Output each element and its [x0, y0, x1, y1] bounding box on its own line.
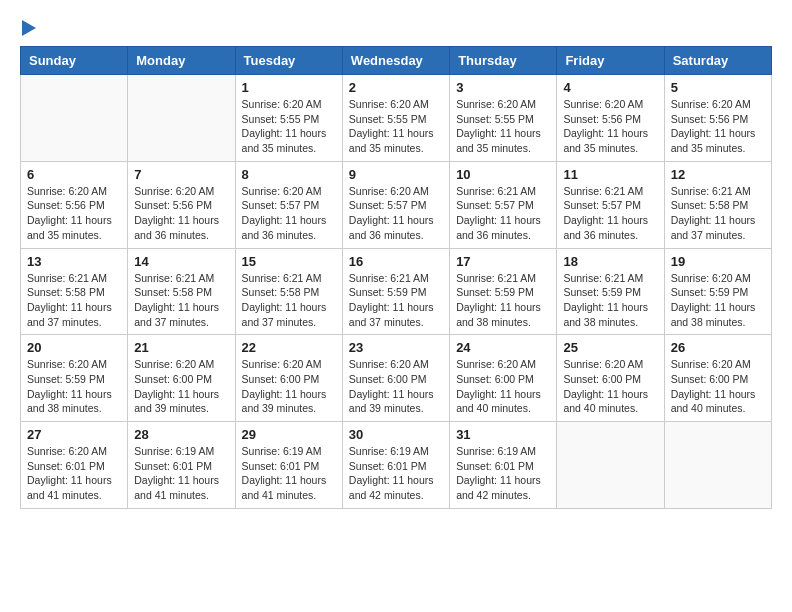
day-info: Sunrise: 6:19 AM Sunset: 6:01 PM Dayligh…	[349, 444, 443, 503]
calendar-cell: 2Sunrise: 6:20 AM Sunset: 5:55 PM Daylig…	[342, 75, 449, 162]
day-number: 12	[671, 167, 765, 182]
calendar-week-1: 1Sunrise: 6:20 AM Sunset: 5:55 PM Daylig…	[21, 75, 772, 162]
day-number: 21	[134, 340, 228, 355]
day-info: Sunrise: 6:21 AM Sunset: 5:59 PM Dayligh…	[563, 271, 657, 330]
day-number: 28	[134, 427, 228, 442]
column-header-monday: Monday	[128, 47, 235, 75]
day-number: 29	[242, 427, 336, 442]
day-number: 15	[242, 254, 336, 269]
calendar-cell: 6Sunrise: 6:20 AM Sunset: 5:56 PM Daylig…	[21, 161, 128, 248]
logo-arrow-icon	[22, 20, 36, 36]
logo	[20, 20, 36, 36]
calendar-week-4: 20Sunrise: 6:20 AM Sunset: 5:59 PM Dayli…	[21, 335, 772, 422]
calendar-cell	[664, 422, 771, 509]
calendar-cell: 4Sunrise: 6:20 AM Sunset: 5:56 PM Daylig…	[557, 75, 664, 162]
day-number: 14	[134, 254, 228, 269]
day-info: Sunrise: 6:20 AM Sunset: 6:00 PM Dayligh…	[134, 357, 228, 416]
day-info: Sunrise: 6:20 AM Sunset: 6:00 PM Dayligh…	[563, 357, 657, 416]
day-number: 1	[242, 80, 336, 95]
day-info: Sunrise: 6:21 AM Sunset: 5:58 PM Dayligh…	[134, 271, 228, 330]
calendar-cell: 13Sunrise: 6:21 AM Sunset: 5:58 PM Dayli…	[21, 248, 128, 335]
calendar-cell: 9Sunrise: 6:20 AM Sunset: 5:57 PM Daylig…	[342, 161, 449, 248]
day-number: 16	[349, 254, 443, 269]
calendar-cell	[557, 422, 664, 509]
day-info: Sunrise: 6:20 AM Sunset: 6:00 PM Dayligh…	[242, 357, 336, 416]
day-info: Sunrise: 6:21 AM Sunset: 5:57 PM Dayligh…	[456, 184, 550, 243]
calendar-cell: 16Sunrise: 6:21 AM Sunset: 5:59 PM Dayli…	[342, 248, 449, 335]
calendar-cell: 10Sunrise: 6:21 AM Sunset: 5:57 PM Dayli…	[450, 161, 557, 248]
calendar-week-3: 13Sunrise: 6:21 AM Sunset: 5:58 PM Dayli…	[21, 248, 772, 335]
day-info: Sunrise: 6:21 AM Sunset: 5:58 PM Dayligh…	[242, 271, 336, 330]
column-header-friday: Friday	[557, 47, 664, 75]
day-info: Sunrise: 6:21 AM Sunset: 5:59 PM Dayligh…	[456, 271, 550, 330]
day-number: 8	[242, 167, 336, 182]
calendar-cell: 14Sunrise: 6:21 AM Sunset: 5:58 PM Dayli…	[128, 248, 235, 335]
calendar-cell: 12Sunrise: 6:21 AM Sunset: 5:58 PM Dayli…	[664, 161, 771, 248]
day-info: Sunrise: 6:19 AM Sunset: 6:01 PM Dayligh…	[242, 444, 336, 503]
day-info: Sunrise: 6:21 AM Sunset: 5:58 PM Dayligh…	[27, 271, 121, 330]
day-info: Sunrise: 6:21 AM Sunset: 5:58 PM Dayligh…	[671, 184, 765, 243]
day-info: Sunrise: 6:20 AM Sunset: 5:57 PM Dayligh…	[242, 184, 336, 243]
day-info: Sunrise: 6:21 AM Sunset: 5:57 PM Dayligh…	[563, 184, 657, 243]
calendar-cell: 3Sunrise: 6:20 AM Sunset: 5:55 PM Daylig…	[450, 75, 557, 162]
day-number: 13	[27, 254, 121, 269]
calendar-cell: 22Sunrise: 6:20 AM Sunset: 6:00 PM Dayli…	[235, 335, 342, 422]
day-number: 9	[349, 167, 443, 182]
day-number: 11	[563, 167, 657, 182]
day-info: Sunrise: 6:20 AM Sunset: 6:01 PM Dayligh…	[27, 444, 121, 503]
day-info: Sunrise: 6:19 AM Sunset: 6:01 PM Dayligh…	[134, 444, 228, 503]
calendar-cell: 11Sunrise: 6:21 AM Sunset: 5:57 PM Dayli…	[557, 161, 664, 248]
column-header-thursday: Thursday	[450, 47, 557, 75]
day-number: 5	[671, 80, 765, 95]
calendar-table: SundayMondayTuesdayWednesdayThursdayFrid…	[20, 46, 772, 509]
calendar-cell: 30Sunrise: 6:19 AM Sunset: 6:01 PM Dayli…	[342, 422, 449, 509]
calendar-header-row: SundayMondayTuesdayWednesdayThursdayFrid…	[21, 47, 772, 75]
day-info: Sunrise: 6:20 AM Sunset: 5:56 PM Dayligh…	[563, 97, 657, 156]
day-number: 22	[242, 340, 336, 355]
calendar-cell: 31Sunrise: 6:19 AM Sunset: 6:01 PM Dayli…	[450, 422, 557, 509]
calendar-cell: 8Sunrise: 6:20 AM Sunset: 5:57 PM Daylig…	[235, 161, 342, 248]
calendar-cell: 24Sunrise: 6:20 AM Sunset: 6:00 PM Dayli…	[450, 335, 557, 422]
calendar-cell: 25Sunrise: 6:20 AM Sunset: 6:00 PM Dayli…	[557, 335, 664, 422]
day-number: 30	[349, 427, 443, 442]
day-info: Sunrise: 6:20 AM Sunset: 5:56 PM Dayligh…	[134, 184, 228, 243]
calendar-cell: 20Sunrise: 6:20 AM Sunset: 5:59 PM Dayli…	[21, 335, 128, 422]
day-info: Sunrise: 6:20 AM Sunset: 5:55 PM Dayligh…	[456, 97, 550, 156]
calendar-cell: 28Sunrise: 6:19 AM Sunset: 6:01 PM Dayli…	[128, 422, 235, 509]
day-number: 20	[27, 340, 121, 355]
column-header-wednesday: Wednesday	[342, 47, 449, 75]
calendar-week-5: 27Sunrise: 6:20 AM Sunset: 6:01 PM Dayli…	[21, 422, 772, 509]
day-info: Sunrise: 6:20 AM Sunset: 5:55 PM Dayligh…	[349, 97, 443, 156]
column-header-sunday: Sunday	[21, 47, 128, 75]
day-info: Sunrise: 6:20 AM Sunset: 5:59 PM Dayligh…	[27, 357, 121, 416]
day-number: 25	[563, 340, 657, 355]
calendar-week-2: 6Sunrise: 6:20 AM Sunset: 5:56 PM Daylig…	[21, 161, 772, 248]
day-number: 3	[456, 80, 550, 95]
calendar-cell: 5Sunrise: 6:20 AM Sunset: 5:56 PM Daylig…	[664, 75, 771, 162]
day-number: 24	[456, 340, 550, 355]
calendar-cell	[21, 75, 128, 162]
calendar-cell: 18Sunrise: 6:21 AM Sunset: 5:59 PM Dayli…	[557, 248, 664, 335]
calendar-cell: 15Sunrise: 6:21 AM Sunset: 5:58 PM Dayli…	[235, 248, 342, 335]
calendar-cell: 21Sunrise: 6:20 AM Sunset: 6:00 PM Dayli…	[128, 335, 235, 422]
calendar-cell: 19Sunrise: 6:20 AM Sunset: 5:59 PM Dayli…	[664, 248, 771, 335]
day-number: 27	[27, 427, 121, 442]
day-info: Sunrise: 6:20 AM Sunset: 5:55 PM Dayligh…	[242, 97, 336, 156]
day-number: 18	[563, 254, 657, 269]
calendar-cell: 17Sunrise: 6:21 AM Sunset: 5:59 PM Dayli…	[450, 248, 557, 335]
calendar-cell	[128, 75, 235, 162]
calendar-cell: 7Sunrise: 6:20 AM Sunset: 5:56 PM Daylig…	[128, 161, 235, 248]
day-number: 4	[563, 80, 657, 95]
day-number: 26	[671, 340, 765, 355]
day-info: Sunrise: 6:20 AM Sunset: 5:56 PM Dayligh…	[27, 184, 121, 243]
day-number: 7	[134, 167, 228, 182]
calendar-cell: 29Sunrise: 6:19 AM Sunset: 6:01 PM Dayli…	[235, 422, 342, 509]
day-number: 19	[671, 254, 765, 269]
day-number: 17	[456, 254, 550, 269]
day-info: Sunrise: 6:20 AM Sunset: 6:00 PM Dayligh…	[349, 357, 443, 416]
day-info: Sunrise: 6:20 AM Sunset: 5:56 PM Dayligh…	[671, 97, 765, 156]
calendar-cell: 23Sunrise: 6:20 AM Sunset: 6:00 PM Dayli…	[342, 335, 449, 422]
column-header-tuesday: Tuesday	[235, 47, 342, 75]
calendar-cell: 27Sunrise: 6:20 AM Sunset: 6:01 PM Dayli…	[21, 422, 128, 509]
day-info: Sunrise: 6:21 AM Sunset: 5:59 PM Dayligh…	[349, 271, 443, 330]
